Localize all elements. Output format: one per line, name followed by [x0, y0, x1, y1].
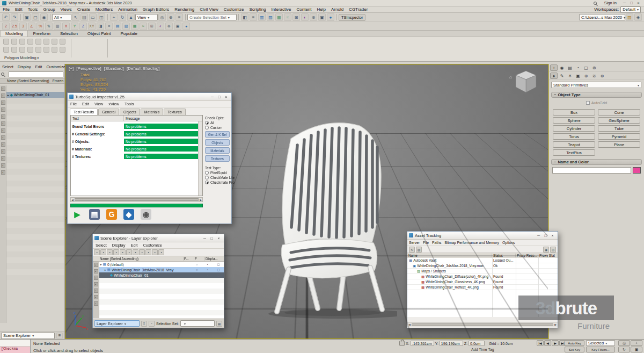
test-table-vertical-scrollbar[interactable]: [198, 121, 202, 196]
explorer-settings-icon[interactable]: ≡: [141, 321, 147, 327]
edit-named-selection-sets-icon[interactable]: ▥: [54, 23, 61, 30]
explorer-settings-icon[interactable]: ≡: [56, 333, 63, 339]
orbit-view-button[interactable]: ↻: [618, 347, 630, 352]
expand-arrow-icon[interactable]: ▸: [105, 268, 106, 271]
menu-item[interactable]: Interactive: [269, 6, 294, 12]
modify-tab-icon[interactable]: ◉: [558, 64, 566, 71]
use-pivot-point-center-icon[interactable]: ◎: [158, 13, 166, 21]
window-crossing-toggle-icon[interactable]: ◫: [98, 13, 105, 21]
title-bar[interactable]: WhiteDiningChair_3dsMax-2018_Vray.max - …: [0, 0, 644, 6]
menu-item[interactable]: Create: [75, 6, 93, 12]
viewport-menu-shading[interactable]: [Default Shading]: [127, 66, 159, 71]
spinner-snap-toggle-icon[interactable]: ⇅: [45, 23, 53, 30]
ribbon-tab-object-paint[interactable]: Object Paint: [83, 31, 116, 37]
macro-recorder-line[interactable]: [Checkma: [0, 347, 30, 353]
select-children-icon[interactable]: ▪: [113, 249, 119, 255]
render-toggle-icon[interactable]: ▪: [139, 249, 145, 255]
toggle-scene-explorer-icon[interactable]: ▤: [114, 23, 121, 30]
menu-item[interactable]: Content: [294, 6, 314, 12]
check-category-button[interactable]: Objects: [205, 139, 230, 146]
layer-filter-materials-icon[interactable]: ▪: [94, 295, 98, 299]
test-result-row[interactable]: # Textures: No problems: [71, 154, 198, 159]
name-and-color-rollout[interactable]: −Name and Color: [551, 159, 642, 165]
toggle-layer-explorer-icon[interactable]: ▧: [122, 23, 130, 30]
create-tab-icon[interactable]: +: [550, 64, 558, 71]
turbosquid-menu-item[interactable]: xView: [106, 102, 122, 106]
dialog-maximize-button[interactable]: □: [542, 233, 549, 239]
check-category-button[interactable]: Materials: [205, 147, 230, 154]
x-coordinate-field[interactable]: -145.361cm: [411, 341, 434, 346]
ts-tab-materials[interactable]: Materials: [141, 109, 163, 115]
display-toggle-icon[interactable]: ▢: [213, 268, 224, 271]
create-selection-set-input[interactable]: Create Selection Set: [187, 14, 237, 20]
primitive-button[interactable]: Pyramid: [598, 133, 640, 140]
ribbon-tab-selection[interactable]: Selection: [55, 31, 83, 37]
display-groups-icon[interactable]: ▪: [1, 135, 5, 140]
primitive-button[interactable]: Teapot: [553, 141, 595, 148]
render-toggle-icon[interactable]: ○: [192, 273, 202, 277]
asset-tracking-menu-item[interactable]: Options: [501, 241, 516, 244]
manage-layers-icon[interactable]: ▨: [267, 13, 274, 21]
menu-item[interactable]: Group: [40, 6, 57, 12]
cameras-category-icon[interactable]: ▣: [574, 73, 582, 79]
toggle-ribbon-icon[interactable]: ▦: [131, 23, 138, 30]
render-setup-icon[interactable]: ⊛: [165, 23, 173, 30]
display-geometry-icon[interactable]: ▪: [1, 93, 5, 98]
viewport-menu-general[interactable]: [+]: [69, 66, 74, 71]
display-toggle-icon[interactable]: ▢: [213, 263, 224, 266]
asset-tracking-menu-item[interactable]: Server: [407, 241, 421, 244]
freeze-icon[interactable]: ▪: [133, 249, 138, 255]
schematic-view-icon[interactable]: ⊞: [148, 23, 156, 30]
edge-mode-icon[interactable]: [11, 39, 17, 45]
dialog-maximize-button[interactable]: □: [216, 94, 223, 100]
angle-snap-toggle-icon[interactable]: ∠: [28, 23, 35, 30]
search-icon[interactable]: [594, 2, 597, 5]
add-time-tag[interactable]: Add Time Tag: [471, 348, 494, 351]
motion-tab-icon[interactable]: ◔: [574, 64, 582, 71]
bridge-tool-icon[interactable]: [27, 47, 33, 53]
project-folder-dropdown[interactable]: C:\Users\...s Max 2020: [579, 14, 625, 20]
align-selected-icon[interactable]: ≡: [105, 23, 113, 30]
menu-item[interactable]: Modifiers: [93, 6, 115, 12]
pin-explorer-icon[interactable]: ▫: [149, 321, 155, 327]
select-and-scale-icon[interactable]: ▲: [127, 13, 135, 21]
checkmate-logo-icon[interactable]: ◆: [123, 209, 134, 220]
chair-model[interactable]: [258, 117, 397, 319]
mirror-selected-icon[interactable]: ◨: [97, 23, 104, 30]
set-key-button[interactable]: Set Key: [565, 347, 584, 352]
rectangular-selection-region-icon[interactable]: ▭: [89, 13, 97, 21]
object-mode-icon[interactable]: [43, 39, 49, 45]
info-icon[interactable]: ◎: [550, 247, 556, 253]
menu-item[interactable]: Animation: [115, 6, 140, 12]
layer-explorer-title-bar[interactable]: Scene Explorer - Layer Explorer ─□×: [93, 234, 224, 242]
pan-view-button[interactable]: +: [631, 340, 642, 346]
keyboard-shortcut-override-icon[interactable]: ≡: [175, 13, 183, 21]
snap-toggle-25d-icon[interactable]: 2.5: [11, 23, 18, 30]
freeze-toggle-icon[interactable]: ▪: [202, 273, 213, 277]
render-toggle-icon[interactable]: ○: [192, 268, 202, 271]
axis-constraint-x-icon[interactable]: X: [62, 23, 70, 30]
autogrid-checkbox[interactable]: [586, 101, 590, 105]
expand-arrow-icon[interactable]: ▸: [8, 93, 9, 97]
menu-item[interactable]: Edit: [12, 6, 25, 12]
mirror-icon[interactable]: ◧: [241, 13, 248, 21]
set-path-icon[interactable]: ▨: [416, 247, 422, 253]
layer-filter-shapes-icon[interactable]: ▪: [94, 269, 98, 273]
layer-row[interactable]: ▸ ▦ WhiteDiningChair_3dsMax-2018_Vray ○ …: [99, 267, 224, 272]
dialog-minimize-button[interactable]: ─: [209, 94, 216, 100]
check-custom-radio[interactable]: Custom: [205, 126, 230, 129]
expand-arrow-icon[interactable]: ▸: [100, 263, 102, 266]
asset-tracking-menu-item[interactable]: Paths: [430, 241, 443, 244]
asset-library-icon[interactable]: ◈: [634, 13, 642, 21]
frozen-column-header[interactable]: Frozen: [53, 79, 63, 83]
asset-tracking-menu-item[interactable]: Bitmap Performance and Memory: [443, 241, 501, 244]
asset-row[interactable]: ▨ Maps / Shaders: [407, 269, 558, 274]
curve-editor-icon[interactable]: ≈: [140, 23, 147, 30]
workspaces-selector[interactable]: Workspaces: Default: [594, 6, 644, 13]
test-column-header[interactable]: Test: [71, 116, 124, 121]
select-object-icon[interactable]: ↖: [72, 13, 79, 21]
scene-explorer-menu-item[interactable]: Display: [16, 64, 33, 69]
menu-item[interactable]: Graph Editors: [140, 6, 172, 12]
listener-script-line[interactable]: [0, 340, 30, 347]
ribbon-tab-modeling[interactable]: Modeling: [0, 30, 28, 37]
